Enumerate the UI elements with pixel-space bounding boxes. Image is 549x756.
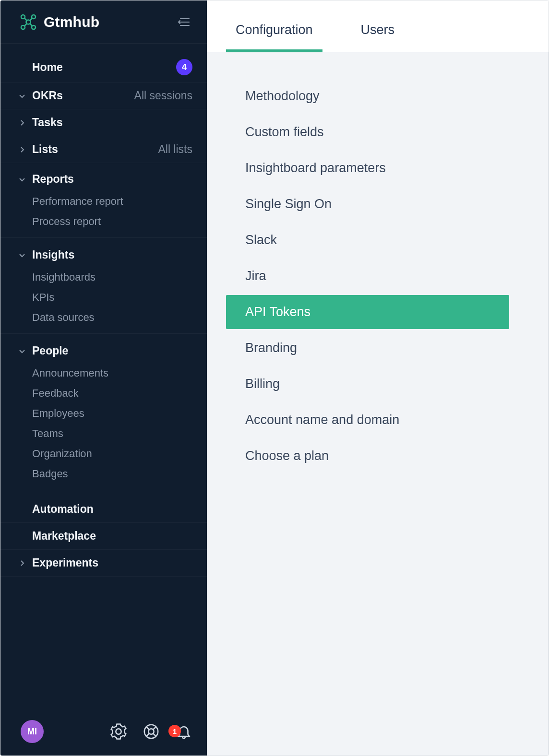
config-item-custom-fields[interactable]: Custom fields <box>226 115 509 149</box>
svg-point-6 <box>148 729 154 734</box>
help-button[interactable] <box>142 722 161 741</box>
sidebar-item-label: Home <box>32 61 63 74</box>
settings-button[interactable] <box>109 722 128 741</box>
sidebar-item-home[interactable]: Home 4 <box>0 52 207 83</box>
chevron-right-icon <box>19 560 25 567</box>
sidebar-subitem-datasources[interactable]: Data sources <box>0 307 207 328</box>
sidebar-item-label: Reports <box>32 173 74 186</box>
sidebar-item-label: Lists <box>32 143 58 156</box>
brand-name: Gtmhub <box>44 14 99 30</box>
sidebar-subitem-feedback[interactable]: Feedback <box>0 383 207 403</box>
svg-point-3 <box>32 25 36 29</box>
brand-logo[interactable]: Gtmhub <box>19 12 99 32</box>
sidebar-item-label: Automation <box>32 503 94 516</box>
divider <box>0 237 207 238</box>
sidebar-subitem-insightboards[interactable]: Insightboards <box>0 267 207 287</box>
avatar[interactable]: MI <box>21 720 44 743</box>
tabs-bar: Configuration Users <box>207 0 549 52</box>
sidebar-subitem-announcements[interactable]: Announcements <box>0 363 207 383</box>
config-item-account-name-domain[interactable]: Account name and domain <box>226 403 509 437</box>
sidebar-item-people[interactable]: People <box>0 340 207 363</box>
config-item-jira[interactable]: Jira <box>226 259 509 293</box>
home-badge: 4 <box>176 59 192 75</box>
config-item-insightboard-parameters[interactable]: Insightboard parameters <box>226 151 509 185</box>
config-item-billing[interactable]: Billing <box>226 367 509 401</box>
tab-configuration[interactable]: Configuration <box>226 23 322 52</box>
configuration-menu: Methodology Custom fields Insightboard p… <box>226 79 509 473</box>
chevron-down-icon <box>19 93 25 99</box>
config-item-sso[interactable]: Single Sign On <box>226 187 509 221</box>
sidebar-item-label: People <box>32 344 68 357</box>
sidebar-item-label: Insights <box>32 248 74 261</box>
main-content: Configuration Users Methodology Custom f… <box>207 0 549 756</box>
configuration-panel: Methodology Custom fields Insightboard p… <box>207 52 549 756</box>
config-item-choose-plan[interactable]: Choose a plan <box>226 439 509 473</box>
tab-users[interactable]: Users <box>351 23 405 52</box>
svg-point-2 <box>21 25 25 29</box>
chevron-right-icon <box>19 146 25 153</box>
sidebar-item-label: Tasks <box>32 116 63 129</box>
collapse-icon <box>177 15 191 29</box>
logo-icon <box>19 12 38 32</box>
config-item-api-tokens[interactable]: API Tokens <box>226 295 509 329</box>
config-item-slack[interactable]: Slack <box>226 223 509 257</box>
sidebar-item-experiments[interactable]: Experiments <box>0 550 207 577</box>
sidebar-item-insights[interactable]: Insights <box>0 244 207 267</box>
sidebar-subitem-teams[interactable]: Teams <box>0 424 207 444</box>
chevron-down-icon <box>19 176 25 183</box>
collapse-sidebar-button[interactable] <box>175 13 192 31</box>
chevron-down-icon <box>19 252 25 259</box>
chevron-right-icon <box>19 119 25 126</box>
sidebar-subitem-process-report[interactable]: Process report <box>0 212 207 232</box>
config-item-methodology[interactable]: Methodology <box>226 79 509 113</box>
divider <box>0 490 207 490</box>
notifications-button[interactable]: 1 <box>174 722 193 741</box>
sidebar-nav: Home 4 OKRs All sessions Tasks <box>0 44 207 708</box>
sidebar-item-okrs[interactable]: OKRs All sessions <box>0 83 207 109</box>
sidebar-item-label: OKRs <box>32 89 63 102</box>
svg-point-1 <box>32 15 36 19</box>
sidebar-subitem-employees[interactable]: Employees <box>0 403 207 424</box>
sidebar-item-label: Marketplace <box>32 530 96 543</box>
lifebuoy-icon <box>143 723 159 740</box>
config-item-branding[interactable]: Branding <box>226 331 509 365</box>
divider <box>0 333 207 334</box>
sidebar-footer: MI 1 <box>0 708 207 756</box>
svg-point-0 <box>21 15 25 19</box>
sidebar-item-automation[interactable]: Automation <box>0 496 207 523</box>
sidebar-subitem-kpis[interactable]: KPIs <box>0 287 207 307</box>
sidebar-item-meta[interactable]: All lists <box>158 143 192 156</box>
sidebar-header: Gtmhub <box>0 0 207 44</box>
sidebar-item-meta[interactable]: All sessions <box>134 89 192 102</box>
sidebar-item-lists[interactable]: Lists All lists <box>0 136 207 163</box>
sidebar: Gtmhub Home 4 OKRs All sessions <box>0 0 207 756</box>
sidebar-item-label: Experiments <box>32 556 98 569</box>
chevron-down-icon <box>19 348 25 354</box>
app-shell: Gtmhub Home 4 OKRs All sessions <box>0 0 549 756</box>
sidebar-item-reports[interactable]: Reports <box>0 163 207 191</box>
sidebar-item-marketplace[interactable]: Marketplace <box>0 523 207 550</box>
sidebar-subitem-organization[interactable]: Organization <box>0 444 207 464</box>
sidebar-subitem-badges[interactable]: Badges <box>0 464 207 484</box>
sidebar-item-tasks[interactable]: Tasks <box>0 109 207 136</box>
sidebar-subitem-performance-report[interactable]: Performance report <box>0 191 207 212</box>
gear-icon <box>110 723 127 740</box>
notification-badge: 1 <box>168 725 181 737</box>
